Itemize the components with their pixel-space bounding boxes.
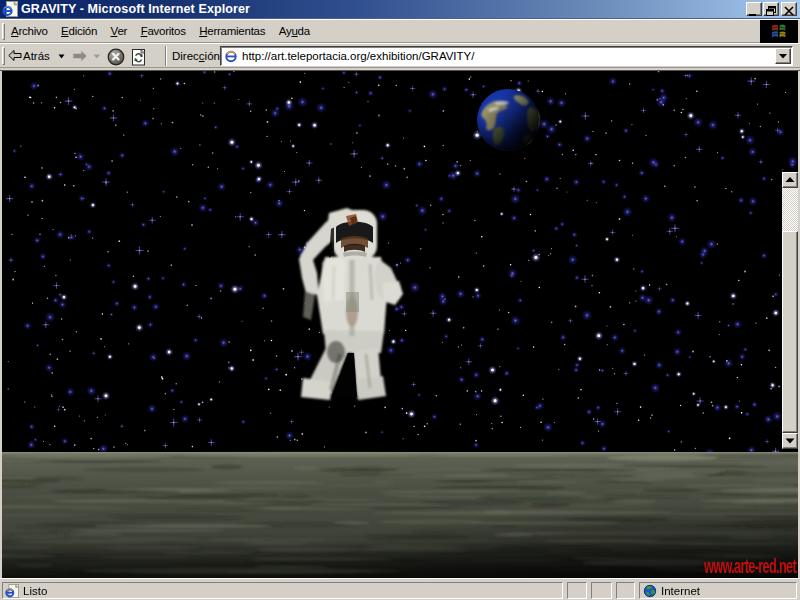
svg-text:www.arte-red.net: www.arte-red.net [703,554,797,578]
